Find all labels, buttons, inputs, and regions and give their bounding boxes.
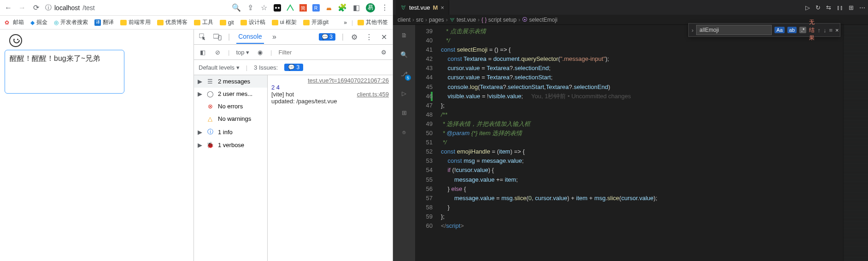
back-button[interactable]: ← bbox=[4, 3, 13, 12]
tabs-overflow-icon[interactable]: » bbox=[270, 33, 279, 41]
extensions-icon[interactable]: ⊞ bbox=[399, 107, 410, 118]
code-line[interactable]: cursor.value = Textarea?.selectionStart; bbox=[437, 73, 843, 82]
log-levels-selector[interactable]: Default levels ▾ bbox=[199, 64, 240, 71]
whole-word-toggle[interactable]: ab bbox=[787, 27, 797, 33]
live-expression-icon[interactable]: ◉ bbox=[256, 48, 264, 56]
context-selector[interactable]: top ▾ bbox=[236, 49, 249, 56]
sidebar-filter-row[interactable]: ▶ 🐞 1 verbose bbox=[194, 139, 267, 151]
code-line[interactable]: const Textarea = document.querySelector(… bbox=[437, 54, 843, 64]
code-editor[interactable]: 3940414243444546474849505152535455565758… bbox=[415, 25, 868, 261]
code-line[interactable]: }; bbox=[437, 212, 843, 221]
code-line[interactable]: cursor.value = Textarea?.selectionEnd; bbox=[437, 64, 843, 73]
console-sidebar-toggle-icon[interactable]: ◧ bbox=[199, 48, 207, 56]
bookmark-item[interactable]: ui 框架 bbox=[272, 18, 297, 26]
code-line[interactable]: const selectEmoji = () => { bbox=[437, 45, 843, 54]
prev-match-icon[interactable]: ↑ bbox=[817, 27, 821, 34]
code-line[interactable]: if (!cursor.value) { bbox=[437, 166, 843, 175]
extension-icon[interactable]: R bbox=[312, 4, 320, 12]
other-bookmarks[interactable]: 其他书签 bbox=[358, 18, 388, 26]
site-info-icon[interactable]: ⓘ bbox=[45, 4, 52, 12]
breadcrumb-item[interactable]: client bbox=[398, 17, 411, 23]
settings-icon[interactable]: ⚙ bbox=[350, 33, 358, 41]
bookmark-item[interactable]: 工具 bbox=[194, 18, 213, 26]
extension-icon[interactable] bbox=[287, 4, 294, 12]
code-line[interactable]: message.value += item; bbox=[437, 175, 843, 184]
emoji-trigger-icon[interactable] bbox=[9, 34, 22, 47]
code-line[interactable]: message.value = msg.slice(0, cursor.valu… bbox=[437, 194, 843, 203]
zoom-icon[interactable]: 🔍 bbox=[232, 4, 240, 12]
find-in-selection-icon[interactable]: ≡ bbox=[829, 27, 833, 34]
bookmark-item[interactable]: 优质博客 bbox=[157, 18, 188, 26]
sidebar-filter-row[interactable]: ▶ ☰ 2 messages bbox=[194, 75, 267, 88]
code-line[interactable]: } bbox=[437, 203, 843, 212]
extensions-menu-icon[interactable]: 🧩 bbox=[338, 4, 346, 12]
issues-badge[interactable]: 💬 3 bbox=[319, 33, 335, 41]
bookmark-item[interactable]: git bbox=[220, 19, 234, 26]
inspect-icon[interactable] bbox=[199, 33, 207, 41]
match-case-toggle[interactable]: Aa bbox=[774, 27, 784, 33]
chrome-menu-icon[interactable]: ⋮ bbox=[381, 4, 389, 12]
code-line[interactable]: const msg = message.value; bbox=[437, 156, 843, 166]
bookmark-item[interactable]: 开源git bbox=[303, 18, 328, 26]
extension-icon[interactable]: 简 bbox=[299, 4, 307, 12]
breadcrumb-item[interactable]: src bbox=[416, 17, 423, 23]
sidepanel-icon[interactable]: ◧ bbox=[352, 4, 360, 12]
console-filter-input[interactable] bbox=[278, 49, 320, 56]
message-input[interactable] bbox=[5, 50, 124, 94]
tab-console[interactable]: Console bbox=[236, 30, 264, 44]
find-widget[interactable]: › Aa ab .* 无结果 ↑ ↓ ≡ × bbox=[688, 23, 840, 37]
title-action-icon[interactable]: ⊞ bbox=[849, 4, 854, 11]
search-icon[interactable]: 🔍 bbox=[399, 49, 410, 60]
bookmark-item[interactable]: 译翻译 bbox=[94, 18, 114, 26]
share-icon[interactable]: ⇪ bbox=[246, 4, 254, 12]
sidebar-filter-row[interactable]: ▶ ⓘ 1 info bbox=[194, 125, 267, 139]
code-line[interactable]: /** bbox=[437, 110, 843, 119]
log-source-link[interactable]: test.vue?t=1694070221067:26 bbox=[271, 77, 389, 84]
bookmarks-overflow[interactable]: » bbox=[344, 19, 347, 26]
source-control-icon[interactable]: ⎇5 bbox=[399, 68, 410, 79]
breadcrumb-item[interactable]: pages bbox=[429, 17, 444, 23]
run-debug-icon[interactable]: ▷ bbox=[399, 88, 410, 99]
breadcrumb-item[interactable]: ⩔ test.vue bbox=[450, 17, 476, 23]
chevron-right-icon[interactable]: › bbox=[692, 27, 693, 34]
code-line[interactable]: */ bbox=[437, 138, 843, 147]
log-source-link[interactable]: client.ts:459 bbox=[357, 91, 389, 98]
bookmark-item[interactable]: ◎开发者搜索 bbox=[54, 18, 88, 26]
device-toggle-icon[interactable] bbox=[213, 33, 222, 41]
code-line[interactable]: * @param {*} item 选择的表情 bbox=[437, 129, 843, 138]
bookmark-star-icon[interactable]: ☆ bbox=[260, 4, 268, 12]
extension-icon[interactable] bbox=[274, 4, 281, 12]
next-match-icon[interactable]: ↓ bbox=[823, 27, 827, 34]
bookmark-item[interactable]: 前端常用 bbox=[120, 18, 151, 26]
regex-toggle[interactable]: .* bbox=[799, 27, 806, 33]
sidebar-filter-row[interactable]: ▶ ◯ 2 user mes... bbox=[194, 88, 267, 100]
sidebar-filter-row[interactable]: △ No warnings bbox=[194, 113, 267, 125]
more-icon[interactable]: ⋮ bbox=[365, 33, 373, 41]
issues-count-pill[interactable]: 💬 3 bbox=[284, 64, 303, 71]
console-settings-icon[interactable]: ⚙ bbox=[380, 48, 388, 56]
code-area[interactable]: * 点击展示表情 */const selectEmoji = () => { c… bbox=[437, 25, 843, 261]
bookmark-item[interactable]: 设计稿 bbox=[240, 18, 265, 26]
code-line[interactable]: }; bbox=[437, 101, 843, 110]
code-line[interactable]: </script> bbox=[437, 221, 843, 231]
breadcrumb-item[interactable]: ⦿ selectEmoji bbox=[522, 17, 557, 23]
reload-button[interactable]: ⟳ bbox=[31, 3, 41, 12]
title-action-icon[interactable]: ⋯ bbox=[859, 4, 865, 11]
profile-avatar[interactable]: 易 bbox=[366, 3, 375, 12]
editor-tab[interactable]: ⩔ test.vue M × bbox=[396, 0, 449, 15]
code-line[interactable]: * 选择表情，并把表情加入输入框 bbox=[437, 119, 843, 129]
explorer-icon[interactable]: 🗎 bbox=[399, 30, 410, 41]
clear-console-icon[interactable]: ⊘ bbox=[213, 48, 222, 56]
close-find-icon[interactable]: × bbox=[835, 27, 839, 34]
close-devtools-icon[interactable]: ✕ bbox=[380, 33, 388, 41]
code-line[interactable]: */ bbox=[437, 36, 843, 45]
title-action-icon[interactable]: ↻ bbox=[815, 4, 821, 11]
find-input[interactable] bbox=[696, 25, 772, 35]
code-line[interactable]: } else { bbox=[437, 184, 843, 194]
tab-close-icon[interactable]: × bbox=[440, 4, 444, 11]
extension-icon[interactable] bbox=[325, 4, 333, 12]
code-line[interactable]: const emojiHandle = (item) => { bbox=[437, 147, 843, 156]
remote-icon[interactable]: ⌾ bbox=[399, 126, 410, 137]
bookmark-item[interactable]: ◆掘金 bbox=[30, 18, 47, 26]
minimap[interactable] bbox=[843, 25, 868, 261]
